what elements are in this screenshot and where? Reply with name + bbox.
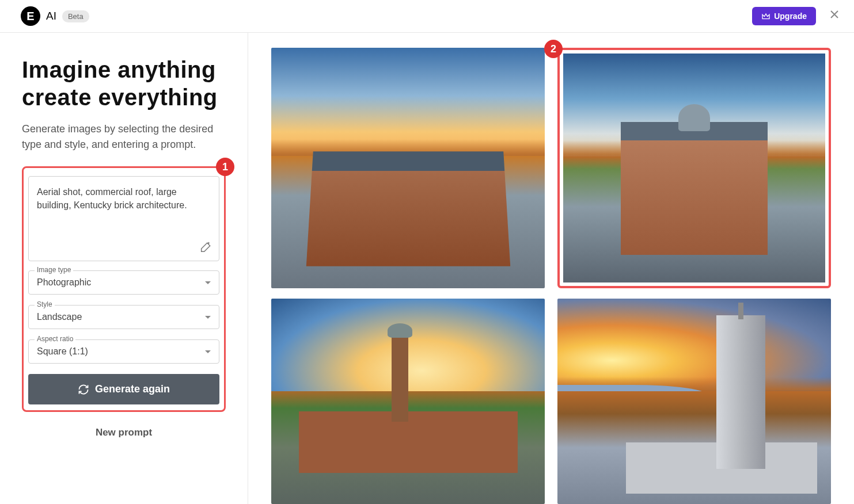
page-title: Imagine anything create everything xyxy=(22,56,226,111)
result-image-3[interactable] xyxy=(271,299,545,504)
result-image-1[interactable] xyxy=(271,48,545,288)
image-type-value: Photographic xyxy=(37,277,91,288)
style-label: Style xyxy=(35,300,55,308)
logo-letter: E xyxy=(26,10,34,23)
prompt-text: Aerial shot, commercial roof, large buil… xyxy=(37,185,211,212)
style-value: Landscape xyxy=(37,312,82,322)
magic-wand-icon[interactable] xyxy=(200,241,212,255)
logo-text: AI xyxy=(46,10,56,22)
prompt-sidebar: Imagine anything create everything Gener… xyxy=(0,33,248,504)
callout-badge-1: 1 xyxy=(216,158,234,176)
prompt-input[interactable]: Aerial shot, commercial roof, large buil… xyxy=(28,176,219,261)
upgrade-label: Upgrade xyxy=(774,12,807,21)
style-select[interactable]: Landscape xyxy=(28,305,219,329)
chevron-down-icon xyxy=(205,281,211,284)
result-image-4[interactable] xyxy=(557,299,831,504)
aspect-ratio-select[interactable]: Square (1:1) xyxy=(28,339,219,364)
prompt-form: 1 Aerial shot, commercial roof, large bu… xyxy=(22,166,226,412)
chevron-down-icon xyxy=(205,350,211,353)
page-subtitle: Generate images by selecting the desired… xyxy=(22,121,226,152)
generate-label: Generate again xyxy=(95,383,170,395)
results-gallery: 2 xyxy=(248,33,854,504)
app-header: E AI Beta Upgrade xyxy=(0,0,854,33)
new-prompt-button[interactable]: New prompt xyxy=(22,427,226,438)
image-type-select[interactable]: Photographic xyxy=(28,270,219,295)
callout-badge-2: 2 xyxy=(544,40,563,58)
image-type-label: Image type xyxy=(35,266,73,274)
aspect-ratio-label: Aspect ratio xyxy=(35,335,75,343)
chevron-down-icon xyxy=(205,316,211,319)
aspect-ratio-value: Square (1:1) xyxy=(37,346,88,357)
crown-icon xyxy=(761,12,771,20)
close-icon[interactable] xyxy=(826,6,842,26)
beta-badge: Beta xyxy=(62,10,89,22)
upgrade-button[interactable]: Upgrade xyxy=(752,7,816,25)
refresh-icon xyxy=(78,384,89,395)
result-image-2[interactable] xyxy=(557,48,831,288)
generate-again-button[interactable]: Generate again xyxy=(28,374,219,404)
logo-icon: E xyxy=(21,6,40,26)
